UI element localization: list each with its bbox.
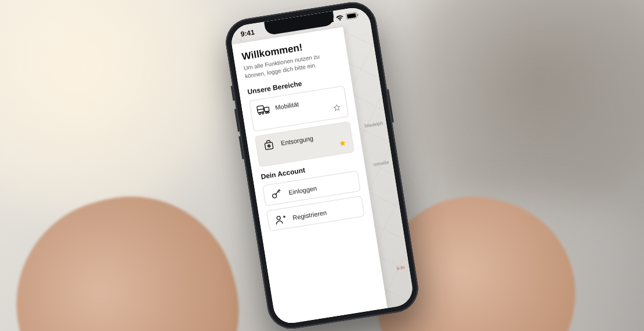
map-label: hiladelph bbox=[364, 121, 383, 129]
svg-rect-11 bbox=[264, 107, 269, 111]
key-icon bbox=[269, 188, 284, 201]
map-label: k-In bbox=[396, 265, 405, 271]
svg-point-12 bbox=[265, 111, 267, 113]
account-card-label: Registrieren bbox=[292, 209, 327, 221]
area-card-label: Entsorgung bbox=[280, 135, 313, 147]
close-button[interactable] bbox=[372, 27, 391, 45]
favorite-toggle[interactable] bbox=[338, 139, 348, 150]
bag-icon bbox=[262, 138, 276, 152]
background-blur bbox=[400, 0, 644, 221]
star-outline-icon bbox=[332, 103, 341, 113]
phone-mockup: hiladelph nstraße k-In 9:41 bbox=[222, 0, 421, 331]
favorite-toggle[interactable] bbox=[332, 103, 342, 115]
svg-rect-6 bbox=[357, 14, 358, 16]
svg-rect-5 bbox=[347, 13, 356, 19]
svg-line-8 bbox=[258, 109, 264, 110]
account-card-label: Einloggen bbox=[288, 185, 317, 196]
svg-point-10 bbox=[262, 112, 264, 114]
wifi-icon bbox=[335, 14, 345, 23]
svg-point-13 bbox=[267, 111, 269, 113]
user-plus-icon bbox=[273, 213, 288, 226]
bus-icon bbox=[256, 103, 270, 116]
status-time: 9:41 bbox=[240, 28, 255, 38]
map-label: nstraße bbox=[373, 160, 389, 167]
svg-point-17 bbox=[277, 216, 281, 220]
area-card-label: Mobilität bbox=[274, 100, 299, 111]
background-blur bbox=[0, 0, 232, 221]
star-filled-icon bbox=[338, 139, 347, 148]
svg-point-9 bbox=[259, 113, 261, 115]
close-icon bbox=[378, 32, 386, 41]
battery-icon bbox=[346, 12, 360, 21]
